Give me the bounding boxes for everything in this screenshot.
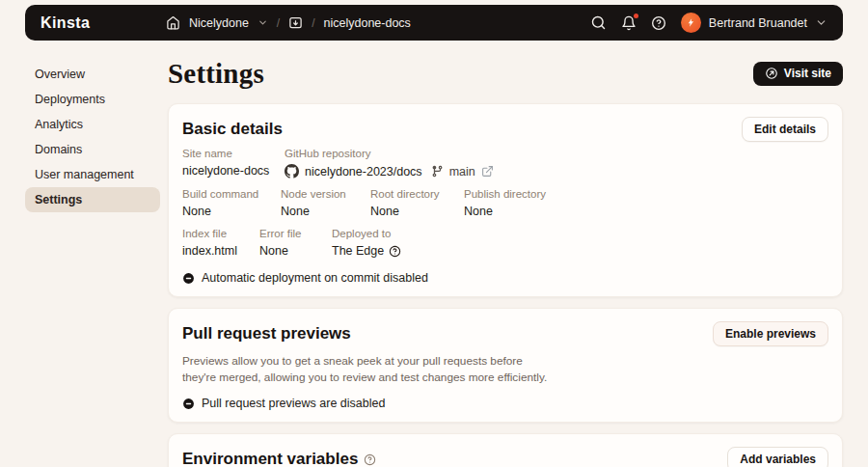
sidebar-item-settings[interactable]: Settings <box>25 187 160 212</box>
breadcrumb: Nicelydone / / nicelydone-docs <box>166 15 411 30</box>
add-variables-button[interactable]: Add variables <box>727 447 828 467</box>
field-value: None <box>281 205 370 218</box>
card-title-text: Environment variables <box>182 450 358 467</box>
sidebar-item-overview[interactable]: Overview <box>25 62 160 87</box>
field-value: nicelydone-docs <box>182 164 285 178</box>
field-value: None <box>464 205 546 218</box>
status-text: Pull request previews are disabled <box>202 397 385 410</box>
disabled-circle-icon <box>182 398 195 410</box>
field-label: Node version <box>281 188 370 200</box>
user-menu[interactable]: Bertrand Bruandet <box>681 13 827 33</box>
field-label: Root directory <box>370 188 464 200</box>
field-value: index.html <box>182 244 259 258</box>
environment-variables-card: Environment variables Add variables <box>168 433 843 467</box>
field-deployed-to: Deployed to The Edge <box>332 228 401 258</box>
breadcrumb-company[interactable]: Nicelydone <box>189 16 249 30</box>
auto-deployment-status: Automatic deployment on commit disabled <box>182 271 828 285</box>
notification-badge <box>634 14 638 18</box>
field-root-directory: Root directory None <box>370 188 464 218</box>
search-button[interactable] <box>590 14 607 31</box>
avatar <box>681 13 701 33</box>
question-circle-icon[interactable] <box>364 453 376 466</box>
chevron-down-icon <box>815 16 827 29</box>
external-link-icon[interactable] <box>481 165 494 178</box>
sidebar-item-user-management[interactable]: User management <box>25 162 160 187</box>
help-button[interactable] <box>651 15 666 31</box>
sidebar-nav: Overview Deployments Analytics Domains U… <box>25 62 160 212</box>
field-label: GitHub repository <box>285 148 494 159</box>
git-branch-icon <box>431 165 444 178</box>
breadcrumb-site[interactable]: nicelydone-docs <box>324 16 411 30</box>
field-value: None <box>182 205 281 218</box>
field-label: Error file <box>259 228 332 239</box>
kinsta-logo[interactable]: Kinsta <box>41 14 90 32</box>
status-text: Automatic deployment on commit disabled <box>202 271 428 285</box>
edit-details-button[interactable]: Edit details <box>742 117 828 142</box>
field-build-command: Build command None <box>182 188 281 218</box>
field-node-version: Node version None <box>281 188 370 218</box>
environment-variables-title: Environment variables <box>182 450 376 467</box>
field-value: The Edge <box>332 244 384 258</box>
field-label: Index file <box>182 228 259 239</box>
previews-description: Previews allow you to get a sneak peek a… <box>182 353 551 385</box>
main-content: Settings Visit site Basic details Edit d… <box>168 54 843 467</box>
page-title: Settings <box>168 58 264 90</box>
visit-site-button[interactable]: Visit site <box>753 62 843 86</box>
search-icon <box>590 14 607 31</box>
pull-request-previews-card: Pull request previews Enable previews Pr… <box>168 308 843 423</box>
field-index-file: Index file index.html <box>182 228 259 258</box>
top-navigation-bar: Kinsta Nicelydone / / nicelydone-docs <box>25 5 843 41</box>
visit-site-icon <box>765 67 778 80</box>
breadcrumb-separator: / <box>312 16 314 30</box>
field-label: Build command <box>182 188 281 200</box>
branch-name: main <box>449 165 475 179</box>
field-publish-directory: Publish directory None <box>464 188 546 218</box>
visit-site-label: Visit site <box>784 67 831 80</box>
home-icon[interactable] <box>166 15 180 30</box>
topbar-actions: Bertrand Bruandet <box>590 13 827 33</box>
question-circle-icon[interactable] <box>389 245 401 258</box>
basic-details-title: Basic details <box>182 120 283 139</box>
field-error-file: Error file None <box>259 228 332 258</box>
field-label: Publish directory <box>464 188 546 200</box>
enable-previews-button[interactable]: Enable previews <box>713 321 828 346</box>
sidebar-item-domains[interactable]: Domains <box>25 137 160 162</box>
field-value: None <box>259 244 332 258</box>
sidebar-item-deployments[interactable]: Deployments <box>25 87 160 112</box>
static-site-icon <box>288 15 303 30</box>
field-label: Site name <box>182 148 285 159</box>
repo-name[interactable]: nicelydone-2023/docs <box>305 165 422 179</box>
github-icon <box>285 164 299 179</box>
user-name: Bertrand Bruandet <box>709 16 807 30</box>
notifications-button[interactable] <box>621 15 637 31</box>
field-label: Deployed to <box>332 228 401 239</box>
basic-details-card: Basic details Edit details Site name nic… <box>168 103 843 297</box>
field-value: None <box>370 205 464 218</box>
chevron-down-icon[interactable] <box>258 17 268 28</box>
field-site-name: Site name nicelydone-docs <box>182 148 285 179</box>
field-github-repository: GitHub repository nicelydone-2023/docs m… <box>285 148 494 179</box>
sidebar-item-analytics[interactable]: Analytics <box>25 112 160 137</box>
breadcrumb-separator: / <box>277 16 280 30</box>
pull-request-previews-title: Pull request previews <box>182 324 351 343</box>
kinsta-settings-page: Kinsta Nicelydone / / nicelydone-docs <box>0 0 868 467</box>
help-circle-icon <box>651 15 666 31</box>
disabled-circle-icon <box>182 272 195 285</box>
previews-status: Pull request previews are disabled <box>182 397 828 410</box>
